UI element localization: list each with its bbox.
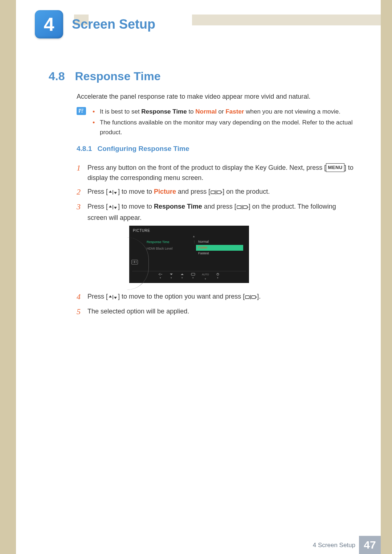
step-body: Press [] to move to the option you want … — [87, 292, 355, 303]
step-body: The selected option will be applied. — [87, 307, 355, 317]
step-text: ] to move to — [118, 203, 154, 210]
enter-source-icon — [245, 293, 257, 303]
step-text: ]. — [257, 293, 261, 300]
note-text: or — [217, 108, 226, 115]
note-icon — [77, 107, 86, 115]
note-item: The functions available on the monitor m… — [93, 118, 355, 137]
osd-footer: ▾ ▾ ▾ ▾ AUTO▾ ▾ — [132, 271, 246, 283]
enter-source-icon — [237, 203, 248, 213]
svg-rect-7 — [252, 296, 256, 299]
step-item: 3 Press [] to move to Response Time and … — [77, 202, 355, 288]
svg-rect-2 — [237, 206, 241, 209]
page-number: 47 — [359, 536, 381, 554]
step-number: 2 — [77, 187, 87, 197]
osd-menu-item: Response Time — [147, 239, 194, 246]
step-number: 1 — [77, 163, 87, 173]
chapter-title: Screen Setup — [72, 17, 155, 32]
note-text: to — [187, 108, 196, 115]
page-footer: 4 Screen Setup 47 — [16, 536, 381, 554]
step-number: 4 — [77, 292, 87, 302]
osd-footer-auto-label: AUTO▾ — [202, 273, 209, 281]
subsection: 4.8.1 Configuring Response Time 1 Press … — [77, 145, 355, 321]
step-body: Press any button on the front of the pro… — [87, 163, 355, 183]
step-highlight: Response Time — [154, 203, 202, 210]
step-text: Press [ — [87, 203, 108, 210]
step-text: Press [ — [87, 188, 108, 195]
step-text: Press any button on the front of the pro… — [87, 164, 326, 171]
up-down-arrow-icon — [108, 293, 118, 303]
osd-up-arrow-icon: ▲ — [165, 235, 223, 238]
section-number: 4.8 — [49, 70, 65, 83]
up-down-arrow-icon — [108, 188, 118, 198]
step-text: and press [ — [202, 203, 236, 210]
step-text: ] on the product. — [222, 188, 270, 195]
step-body: Press [] to move to Picture and press []… — [87, 187, 355, 198]
osd-arc-decoration — [132, 238, 147, 257]
note-block: It is best to set Response Time to Norma… — [77, 107, 355, 139]
step-number: 5 — [77, 307, 87, 317]
chapter-header: 4 Screen Setup — [35, 10, 381, 38]
subsection-heading: 4.8.1 Configuring Response Time — [77, 145, 355, 153]
svg-rect-4 — [191, 273, 195, 275]
osd-footer-back-icon: ▾ — [158, 273, 163, 281]
osd-footer-power-icon: ▾ — [216, 273, 220, 281]
enter-source-icon — [211, 188, 222, 198]
note-highlight: Normal — [195, 108, 217, 115]
osd-value: Fastest — [196, 251, 243, 257]
step-item: 4 Press [] to move to the option you wan… — [77, 292, 355, 303]
note-text: when you are not viewing a movie. — [244, 108, 340, 115]
step-text: Press [ — [87, 293, 108, 300]
step-text: ] to move to — [118, 188, 154, 195]
note-item: It is best to set Response Time to Norma… — [93, 107, 355, 116]
chapter-number-badge: 4 — [35, 10, 63, 38]
svg-rect-3 — [243, 206, 247, 209]
osd-footer-enter-icon: ▾ — [191, 273, 195, 281]
section-intro: Accelerate the panel response rate to ma… — [77, 93, 355, 100]
svg-rect-1 — [217, 191, 221, 194]
step-item: 2 Press [] to move to Picture and press … — [77, 187, 355, 198]
osd-footer-up-icon: ▾ — [180, 273, 184, 281]
section-title: Response Time — [75, 70, 160, 83]
subsection-title: Configuring Response Time — [98, 145, 189, 152]
step-item: 1 Press any button on the front of the p… — [77, 163, 355, 183]
note-text: It is best to set — [100, 108, 141, 115]
note-highlight: Faster — [225, 108, 244, 115]
svg-rect-0 — [211, 191, 215, 194]
step-text: and press [ — [176, 188, 210, 195]
osd-title: PICTURE — [129, 226, 249, 235]
osd-menu-item: HDMI Black Level — [147, 246, 194, 252]
footer-chapter-label: 4 Screen Setup — [313, 542, 355, 549]
osd-value-selected: Faster — [196, 245, 243, 251]
step-item: 5 The selected option will be applied. — [77, 307, 355, 317]
osd-scroll-icon — [131, 260, 138, 264]
section-heading: 4.8 Response Time — [49, 70, 160, 83]
step-body: Press [] to move to Response Time and pr… — [87, 202, 355, 288]
step-text: ] to move to the option you want and pre… — [118, 293, 245, 300]
osd-screenshot: PICTURE ▲ Response Time HDMI Black Level… — [129, 226, 249, 283]
svg-rect-6 — [245, 296, 249, 299]
osd-footer-down-icon: ▾ — [169, 273, 173, 281]
subsection-number: 4.8.1 — [77, 145, 92, 152]
menu-button-icon: MENU — [326, 163, 344, 172]
note-highlight: Response Time — [141, 108, 187, 115]
osd-value: Normal — [196, 239, 243, 245]
step-highlight: Picture — [154, 188, 176, 195]
up-down-arrow-icon — [108, 203, 118, 213]
step-number: 3 — [77, 202, 87, 212]
